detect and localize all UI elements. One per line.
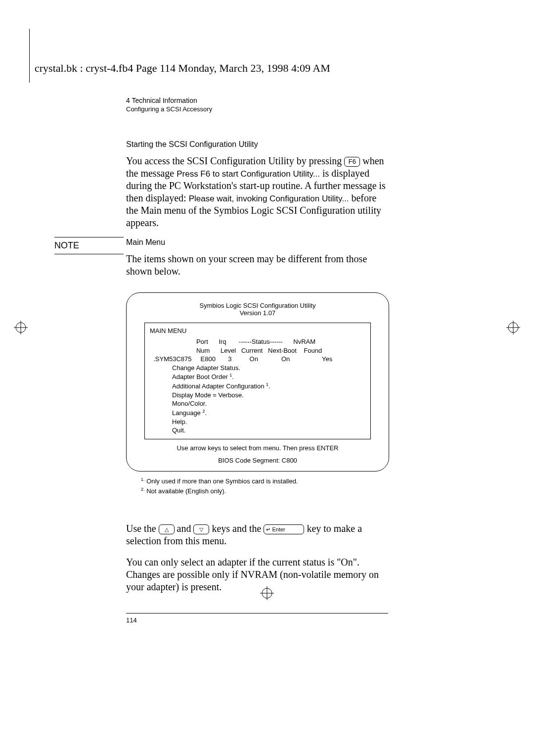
keycap-f6: F6	[344, 157, 360, 167]
msg-press-f6: Press F6 to start Configuration Utility.…	[177, 169, 320, 179]
menu-item-dot: .	[205, 409, 207, 417]
page-file-header: crystal.bk : cryst-4.fb4 Page 114 Monday…	[35, 62, 330, 75]
screen-mock: Symbios Logic SCSI Configuration Utility…	[126, 292, 389, 472]
para-access: You access the SCSI Configuration Utilit…	[126, 155, 388, 229]
keycap-enter: ↵ Enter	[264, 524, 304, 534]
footnote-marker: 1.	[141, 477, 145, 482]
screen-title-1: Symbios Logic SCSI Configuration Utility	[200, 302, 316, 309]
crop-mark-left	[14, 321, 28, 334]
screen-title: Symbios Logic SCSI Configuration Utility…	[132, 302, 384, 317]
footnote-marker: 2.	[141, 487, 145, 492]
menu-item-mono-color: Mono/Color.	[172, 399, 365, 408]
footnote-1: 1. Only used if more than one Symbios ca…	[141, 476, 388, 486]
note-label: NOTE	[54, 237, 124, 254]
menu-item-dot: .	[232, 374, 234, 381]
running-head-section: Configuring a SCSI Accessory	[126, 105, 388, 113]
screen-header-row-2: Num Level Current Next-Boot Found	[150, 346, 365, 355]
para-use-c: keys and the	[212, 523, 264, 534]
menu-item-change-status: Change Adapter Status.	[172, 364, 365, 373]
header-rule-vertical	[29, 29, 30, 83]
menu-item-dot: .	[268, 382, 270, 390]
footnote-text: Only used if more than one Symbios card …	[145, 477, 298, 485]
screen-hint: Use arrow keys to select from menu. Then…	[132, 444, 384, 452]
menu-item-help: Help.	[172, 418, 365, 426]
screen-menu-label: MAIN MENU	[150, 327, 365, 334]
menu-item-text: Additional Adapter Configuration	[172, 382, 266, 390]
menu-item-text: Language	[172, 409, 202, 417]
para-use-a: Use the	[126, 523, 159, 534]
menu-item-language: Language 2.	[172, 408, 365, 418]
screen-title-2: Version 1.07	[240, 309, 275, 317]
para-select-adapter: You can only select an adapter if the cu…	[126, 556, 388, 593]
menu-item-boot-order: Adapter Boot Order 1.	[172, 372, 365, 381]
menu-item-text: Adapter Boot Order	[172, 374, 229, 381]
para-access-a: You access the SCSI Configuration Utilit…	[126, 155, 344, 166]
para-note: The items shown on your screen may be di…	[126, 253, 388, 278]
screen-menu-items: Change Adapter Status. Adapter Boot Orde…	[150, 364, 365, 435]
page-number: 114	[126, 616, 388, 624]
msg-please-wait: Please wait, invoking Configuration Util…	[189, 194, 349, 203]
menu-item-additional-config: Additional Adapter Configuration 1.	[172, 381, 365, 391]
menu-item-quit: Quit.	[172, 426, 365, 435]
screen-header-row-1: Port Irq ------Status------ NvRAM	[150, 337, 365, 346]
heading-starting: Starting the SCSI Configuration Utility	[126, 140, 388, 149]
screen-inner-box: MAIN MENU Port Irq ------Status------ Nv…	[144, 323, 371, 439]
page-footer-rule	[126, 613, 388, 614]
menu-item-display-mode: Display Mode = Verbose.	[172, 391, 365, 400]
para-use-b: and	[177, 523, 194, 534]
return-arrow-icon: ↵ Enter	[266, 526, 285, 532]
keycap-down: ▽	[193, 524, 209, 534]
screen-adapter-row: .SYM53C875 E800 3 On On Yes	[150, 355, 365, 364]
footnote-text: Not available (English only).	[145, 487, 226, 495]
crop-mark-right	[506, 321, 520, 334]
para-use-keys: Use the △ and ▽ keys and the ↵ Enter key…	[126, 522, 388, 547]
footnote-2: 2. Not available (English only).	[141, 486, 388, 496]
running-head-chapter: 4 Technical Information	[126, 96, 388, 104]
page-content: 4 Technical Information Configuring a SC…	[126, 96, 388, 624]
footnotes: 1. Only used if more than one Symbios ca…	[141, 476, 388, 496]
screen-bios-segment: BIOS Code Segment: C800	[132, 457, 384, 464]
heading-main-menu: Main Menu	[126, 238, 388, 247]
keycap-up: △	[159, 524, 175, 534]
